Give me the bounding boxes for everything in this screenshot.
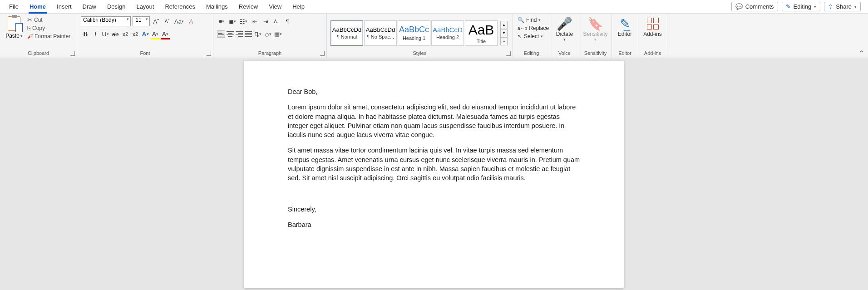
style-name: Heading 2 xyxy=(436,34,459,40)
share-label: Share xyxy=(836,3,852,10)
tab-view[interactable]: View xyxy=(263,0,287,14)
cut-button[interactable]: ✂Cut xyxy=(27,16,70,23)
style-tile---no-spac---[interactable]: AaBbCcDd¶ No Spac... xyxy=(364,20,397,46)
styles-scroll-up[interactable]: ▴ xyxy=(500,21,508,29)
group-editor: ✎̲ Editor Editor xyxy=(612,14,638,58)
tab-help[interactable]: Help xyxy=(287,0,310,14)
collapse-ribbon-button[interactable]: ⌃ xyxy=(854,14,868,58)
borders-button[interactable]: ▦▾ xyxy=(273,29,283,39)
editing-label: Editing xyxy=(794,3,812,10)
group-sensitivity: 🔖 Sensitivity ▾ Sensitivity xyxy=(579,14,612,58)
chevron-down-icon: ▾ xyxy=(541,34,543,39)
addins-label: Add-ins xyxy=(643,31,662,37)
tab-review[interactable]: Review xyxy=(233,0,264,14)
clear-formatting-button[interactable]: A xyxy=(187,16,196,26)
increase-indent-button[interactable]: ⇥ xyxy=(261,16,270,26)
tab-file[interactable]: File xyxy=(4,0,24,14)
sensitivity-button: 🔖 Sensitivity ▾ xyxy=(583,16,608,42)
doc-signature[interactable]: Barbara xyxy=(288,220,580,229)
doc-closing[interactable]: Sincerely, xyxy=(288,205,580,214)
numbering-button[interactable]: ≣▾ xyxy=(228,16,237,26)
font-size-combo[interactable]: 11 xyxy=(133,16,150,26)
find-button[interactable]: 🔍Find▾ xyxy=(517,16,550,24)
tag-icon: 🔖 xyxy=(587,16,603,31)
shrink-font-button[interactable]: Aˇ xyxy=(163,16,172,26)
decrease-indent-button[interactable]: ⇤ xyxy=(250,16,259,26)
select-button[interactable]: ↖Select▾ xyxy=(517,33,550,40)
addins-icon xyxy=(647,16,659,31)
copy-label: Copy xyxy=(32,25,45,31)
microphone-icon: 🎤 xyxy=(557,16,572,31)
multilevel-list-button[interactable]: ☷▾ xyxy=(239,16,248,26)
document-page[interactable]: Dear Bob, Lorem ipsum dolor sit amet, co… xyxy=(244,61,624,288)
doc-greeting[interactable]: Dear Bob, xyxy=(288,87,580,96)
strikethrough-button[interactable]: ab xyxy=(111,29,120,39)
subscript-button[interactable]: x2 xyxy=(121,29,130,39)
sort-button[interactable]: A↓ xyxy=(272,16,281,26)
dialog-launcher-icon[interactable] xyxy=(506,51,511,56)
editor-icon: ✎̲ xyxy=(620,16,630,31)
style-tile-title[interactable]: AaBTitle xyxy=(465,20,498,46)
scissors-icon: ✂ xyxy=(27,16,32,23)
copy-button[interactable]: ⎘Copy xyxy=(27,25,70,31)
chevron-down-icon: ▾ xyxy=(182,19,184,24)
styles-scroll-down[interactable]: ▾ xyxy=(500,29,508,37)
doc-blank[interactable] xyxy=(288,189,580,198)
tab-references[interactable]: References xyxy=(159,0,200,14)
group-label: Editing xyxy=(513,49,550,58)
style-tile---normal[interactable]: AaBbCcDd¶ Normal xyxy=(330,20,363,46)
shading-button[interactable]: ◇▾ xyxy=(263,29,272,39)
editing-mode-button[interactable]: ✎ Editing ▾ xyxy=(782,2,821,11)
tab-home[interactable]: Home xyxy=(24,0,51,14)
bullets-button[interactable]: ≡▾ xyxy=(217,16,226,26)
chevron-down-icon: ▾ xyxy=(563,37,566,42)
doc-paragraph-1[interactable]: Lorem ipsum dolor sit amet, consectetur … xyxy=(288,103,580,139)
tab-draw[interactable]: Draw xyxy=(77,0,102,14)
font-name-combo[interactable]: Calibri (Body) xyxy=(81,16,131,26)
bold-button[interactable]: B xyxy=(81,29,90,39)
italic-button[interactable]: I xyxy=(91,29,100,39)
underline-button[interactable]: U▾ xyxy=(101,29,110,39)
doc-paragraph-2[interactable]: Sit amet massa vitae tortor condimentum … xyxy=(288,146,580,182)
font-name-value: Calibri (Body) xyxy=(83,17,116,23)
align-right-button[interactable] xyxy=(235,30,243,38)
text-effects-button[interactable]: A▾ xyxy=(141,29,150,39)
replace-button[interactable]: a↔bReplace xyxy=(517,25,550,32)
style-tile-heading-2[interactable]: AaBbCcDHeading 2 xyxy=(431,20,464,46)
tab-layout[interactable]: Layout xyxy=(131,0,159,14)
dictate-label: Dictate xyxy=(556,31,573,37)
dictate-button[interactable]: 🎤 Dictate ▾ xyxy=(554,16,575,42)
editor-button[interactable]: ✎̲ Editor xyxy=(616,16,634,37)
tab-design[interactable]: Design xyxy=(102,0,131,14)
grow-font-button[interactable]: Aˆ xyxy=(152,16,161,26)
paste-button[interactable]: Paste▾ xyxy=(4,16,25,39)
search-icon: 🔍 xyxy=(518,17,524,23)
group-label: Voice xyxy=(550,49,579,58)
tab-insert[interactable]: Insert xyxy=(51,0,77,14)
style-tile-heading-1[interactable]: AaBbCcHeading 1 xyxy=(398,20,430,46)
superscript-button[interactable]: x2 xyxy=(131,29,140,39)
addins-button[interactable]: Add-ins xyxy=(642,16,663,37)
group-label: Font xyxy=(140,50,150,56)
align-center-button[interactable] xyxy=(226,30,234,38)
chevron-down-icon: ▾ xyxy=(538,18,541,22)
share-button[interactable]: ⇪ Share ▾ xyxy=(824,2,861,11)
comments-button[interactable]: 💬 Comments xyxy=(731,2,778,11)
font-size-value: 11 xyxy=(135,17,141,23)
topright-actions: 💬 Comments ✎ Editing ▾ ⇪ Share ▾ xyxy=(731,2,864,11)
tab-mailings[interactable]: Mailings xyxy=(201,0,233,14)
dialog-launcher-icon[interactable] xyxy=(320,51,325,56)
dialog-launcher-icon[interactable] xyxy=(70,51,75,56)
styles-expand[interactable]: ⌄ xyxy=(500,37,508,45)
font-color-button[interactable]: A▾ xyxy=(161,29,170,39)
format-painter-button[interactable]: 🖌Format Painter xyxy=(27,33,70,39)
dialog-launcher-icon[interactable] xyxy=(207,51,211,56)
line-spacing-button[interactable]: ⇅▾ xyxy=(253,29,262,39)
change-case-button[interactable]: Aa▾ xyxy=(173,16,185,26)
highlight-button[interactable]: A▾ xyxy=(151,29,160,39)
align-left-button[interactable] xyxy=(217,30,225,38)
justify-button[interactable] xyxy=(244,30,252,38)
style-preview: AaBbCcDd xyxy=(366,26,395,34)
chevron-down-icon: ▾ xyxy=(594,37,597,42)
show-marks-button[interactable]: ¶ xyxy=(283,16,292,26)
